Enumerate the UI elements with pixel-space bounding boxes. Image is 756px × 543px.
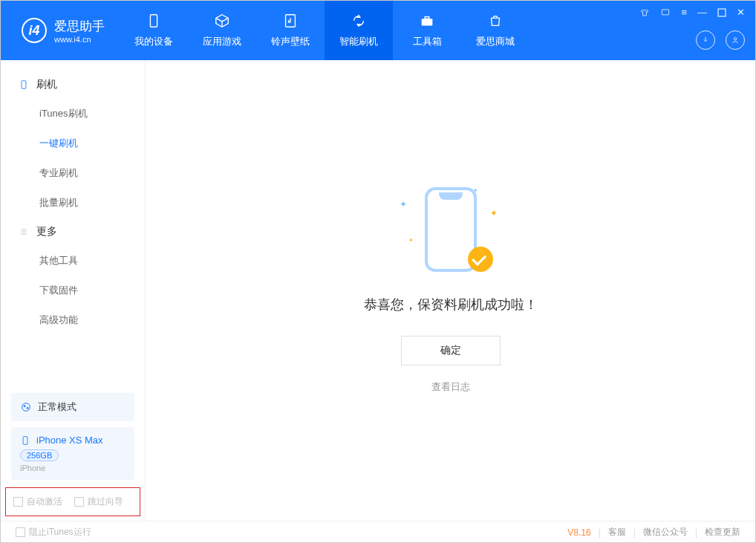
nav-store[interactable]: 爱思商城	[461, 1, 529, 60]
logo: i4 爱思助手 www.i4.cn	[1, 18, 120, 44]
sidebar-group-label: 刷机	[36, 78, 57, 91]
nav-toolbox[interactable]: 工具箱	[393, 1, 461, 60]
sidebar-item-advanced[interactable]: 高级功能	[1, 305, 145, 335]
checkbox-label: 自动激活	[27, 495, 62, 508]
success-illustration: ✦✦✦✦	[395, 187, 506, 276]
svg-rect-11	[23, 436, 27, 444]
menu-icon[interactable]: ≡	[681, 7, 687, 18]
checkbox-icon	[13, 497, 23, 507]
device-name: iPhone XS Max	[36, 435, 103, 446]
nav-label: 我的设备	[134, 35, 173, 48]
toolbox-icon	[419, 13, 435, 29]
ok-button[interactable]: 确定	[401, 336, 501, 365]
footer: 阻止iTunes运行 V8.16 | 客服 | 微信公众号 | 检查更新	[1, 521, 755, 543]
list-icon	[19, 227, 29, 237]
sidebar-item-itunes-flash[interactable]: iTunes刷机	[1, 99, 145, 129]
music-file-icon	[282, 13, 299, 29]
cube-icon	[214, 13, 230, 29]
maximize-button[interactable]	[717, 7, 726, 18]
close-button[interactable]: ✕	[737, 7, 745, 18]
svg-rect-2	[422, 19, 433, 25]
version-label: V8.16	[567, 527, 590, 538]
account-button[interactable]	[726, 30, 745, 50]
wechat-link[interactable]: 微信公众号	[643, 526, 688, 539]
sidebar-group-label: 更多	[36, 225, 57, 238]
success-message: 恭喜您，保资料刷机成功啦！	[364, 296, 538, 313]
nav-apps[interactable]: 应用游戏	[188, 1, 256, 60]
block-itunes-checkbox[interactable]: 阻止iTunes运行	[16, 526, 91, 539]
checkbox-icon	[16, 527, 25, 537]
checkbox-icon	[74, 497, 84, 507]
svg-rect-0	[150, 15, 157, 27]
tshirt-icon[interactable]	[639, 7, 650, 18]
window-controls: ≡ — ✕	[639, 7, 745, 18]
nav-label: 智能刷机	[339, 35, 378, 48]
svg-rect-7	[22, 81, 26, 89]
svg-point-6	[734, 38, 737, 41]
skip-guide-checkbox[interactable]: 跳过向导	[74, 495, 123, 508]
check-update-link[interactable]: 检查更新	[705, 526, 740, 539]
sidebar-item-download-firmware[interactable]: 下载固件	[1, 276, 145, 305]
nav-label: 爱思商城	[476, 35, 515, 48]
phone-icon	[146, 13, 162, 29]
checkmark-badge-icon	[468, 247, 493, 272]
customer-service-link[interactable]: 客服	[608, 526, 626, 539]
nav-label: 工具箱	[413, 35, 442, 48]
svg-rect-4	[662, 9, 669, 14]
device-icon	[20, 435, 30, 446]
logo-title: 爱思助手	[54, 18, 105, 35]
logo-icon: i4	[22, 18, 47, 43]
options-row: 自动激活 跳过向导	[5, 487, 140, 516]
bag-icon	[487, 13, 504, 29]
view-log-link[interactable]: 查看日志	[431, 380, 470, 394]
refresh-icon	[351, 13, 367, 29]
auto-activate-checkbox[interactable]: 自动激活	[13, 495, 62, 508]
feedback-icon[interactable]	[660, 7, 671, 18]
device-capacity: 256GB	[20, 449, 59, 461]
sidebar-group-more: 更多	[1, 218, 145, 246]
checkbox-label: 阻止iTunes运行	[29, 526, 91, 539]
svg-point-9	[24, 405, 26, 407]
mode-label: 正常模式	[38, 400, 76, 414]
nav-label: 应用游戏	[203, 35, 241, 48]
sidebar-item-pro-flash[interactable]: 专业刷机	[1, 158, 145, 188]
logo-subtitle: www.i4.cn	[54, 35, 105, 44]
app-header: i4 爱思助手 www.i4.cn 我的设备 应用游戏 铃声壁纸 智能刷机 工具…	[1, 1, 755, 60]
minimize-button[interactable]: —	[697, 7, 707, 18]
download-button[interactable]	[696, 30, 715, 50]
sidebar-item-other-tools[interactable]: 其他工具	[1, 246, 145, 276]
sidebar: 刷机 iTunes刷机 一键刷机 专业刷机 批量刷机 更多 其他工具 下载固件 …	[1, 60, 146, 521]
mode-icon	[20, 401, 32, 413]
svg-rect-3	[425, 17, 429, 19]
mode-box[interactable]: 正常模式	[11, 393, 134, 421]
nav-my-device[interactable]: 我的设备	[120, 1, 188, 60]
svg-point-10	[27, 407, 29, 409]
svg-point-8	[22, 403, 30, 412]
svg-rect-5	[718, 9, 726, 16]
checkbox-label: 跳过向导	[88, 495, 123, 508]
sidebar-group-flash: 刷机	[1, 71, 145, 99]
main-content: ✦✦✦✦ 恭喜您，保资料刷机成功啦！ 确定 查看日志	[146, 60, 755, 521]
sidebar-item-one-click-flash[interactable]: 一键刷机	[1, 129, 145, 158]
nav-flash[interactable]: 智能刷机	[325, 1, 393, 60]
top-nav: 我的设备 应用游戏 铃声壁纸 智能刷机 工具箱 爱思商城	[120, 1, 529, 60]
nav-ringtones[interactable]: 铃声壁纸	[256, 1, 325, 60]
sidebar-item-batch-flash[interactable]: 批量刷机	[1, 188, 145, 218]
device-box[interactable]: iPhone XS Max 256GB iPhone	[11, 427, 134, 480]
phone-icon	[19, 79, 29, 90]
device-type: iPhone	[20, 464, 126, 472]
nav-label: 铃声壁纸	[271, 35, 310, 48]
